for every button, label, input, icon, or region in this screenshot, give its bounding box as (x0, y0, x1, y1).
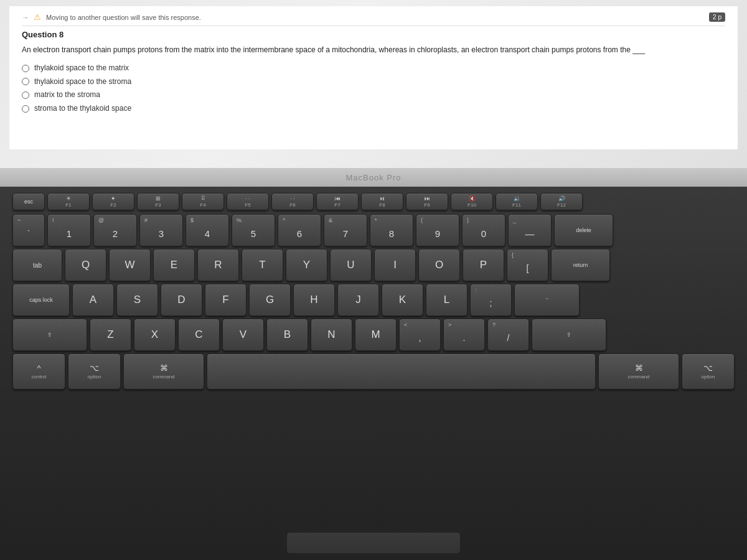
key-tab[interactable]: tab (12, 249, 62, 281)
points-badge: 2 p (709, 12, 725, 22)
key-space[interactable] (207, 353, 596, 390)
key-comma[interactable]: < , (399, 319, 441, 351)
key-backtick[interactable]: ~ ` (12, 214, 45, 246)
key-shift-left[interactable]: ⇧ (12, 319, 87, 351)
keyboard: esc ☀ F1 ✦ F2 ⊞ F3 ⠿ F4 · · F5 · · F6 ⏮ … (0, 187, 747, 560)
key-j[interactable]: J (337, 284, 379, 316)
nav-bar: → ⚠ Moving to another question will save… (22, 12, 725, 26)
key-command-right[interactable]: ⌘ command (598, 353, 679, 390)
key-option-right[interactable]: ⌥ option (682, 353, 735, 390)
key-l[interactable]: L (426, 284, 467, 316)
key-r[interactable]: R (197, 249, 239, 281)
key-f12[interactable]: 🔊 F12 (540, 193, 583, 210)
key-b[interactable]: B (266, 319, 308, 351)
key-f7[interactable]: ⏮ F7 (316, 193, 359, 210)
key-p[interactable]: P (463, 249, 504, 281)
key-f5[interactable]: · · F5 (227, 193, 269, 210)
bottom-row: ^ control ⌥ option ⌘ command ⌘ command ⌥… (12, 353, 735, 390)
warning-icon: ⚠ (34, 12, 41, 22)
key-i[interactable]: I (374, 249, 416, 281)
key-control[interactable]: ^ control (12, 353, 65, 390)
zxcv-row: ⇧ Z X C V B N M < , > . ? / ⇧ (12, 319, 735, 351)
key-return-wide[interactable]: " (514, 284, 580, 316)
key-z[interactable]: Z (90, 319, 131, 351)
option-2[interactable]: thylakoid space to the stroma (22, 75, 725, 89)
key-5[interactable]: % 5 (232, 214, 275, 246)
key-h[interactable]: H (293, 284, 335, 316)
key-command-left[interactable]: ⌘ command (123, 353, 204, 390)
laptop-screen: → ⚠ Moving to another question will save… (0, 0, 747, 168)
key-t[interactable]: T (242, 249, 283, 281)
key-0[interactable]: ) 0 (462, 214, 505, 246)
key-k[interactable]: K (382, 284, 423, 316)
key-o[interactable]: O (418, 249, 460, 281)
key-7[interactable]: & 7 (324, 214, 367, 246)
key-shift-right[interactable]: ⇧ (532, 319, 606, 351)
key-n[interactable]: N (311, 319, 352, 351)
radio-2[interactable] (22, 78, 29, 85)
key-f9[interactable]: ⏭ F9 (406, 193, 448, 210)
qwerty-row: tab Q W E R T Y U I O P { [ return (12, 249, 735, 281)
key-e[interactable]: E (153, 249, 195, 281)
question-number: Question 8 (22, 30, 725, 39)
key-f3[interactable]: ⊞ F3 (137, 193, 179, 210)
key-v[interactable]: V (222, 319, 264, 351)
option-1[interactable]: thylakoid space to the matrix (22, 62, 725, 75)
key-minus[interactable]: _ — (508, 214, 552, 246)
key-bracket-left[interactable]: { [ (507, 249, 548, 281)
nav-text: Moving to another question will save thi… (46, 14, 201, 21)
key-9[interactable]: ( 9 (416, 214, 459, 246)
macbook-label: MacBook Pro (0, 168, 747, 187)
key-caps-lock[interactable]: caps lock (12, 284, 70, 316)
key-f2[interactable]: ✦ F2 (92, 193, 134, 210)
number-row: ~ ` ! 1 @ 2 # 3 $ 4 % 5 ^ 6 & 7 (12, 214, 735, 246)
key-y[interactable]: Y (286, 249, 327, 281)
key-return[interactable]: return (551, 249, 610, 281)
radio-4[interactable] (22, 105, 29, 113)
option-4[interactable]: stroma to the thylakoid space (22, 102, 725, 116)
key-f[interactable]: F (205, 284, 247, 316)
key-4[interactable]: $ 4 (186, 214, 229, 246)
key-f8[interactable]: ⏯ F8 (361, 193, 403, 210)
key-f1[interactable]: ☀ F1 (47, 193, 90, 210)
key-3[interactable]: # 3 (139, 214, 183, 246)
key-g[interactable]: G (249, 284, 291, 316)
key-q[interactable]: Q (65, 249, 106, 281)
key-esc[interactable]: esc (12, 193, 45, 210)
key-m[interactable]: M (355, 319, 397, 351)
key-f6[interactable]: · · F6 (271, 193, 314, 210)
key-period[interactable]: > . (443, 319, 485, 351)
key-f10[interactable]: 🔇 F10 (451, 193, 493, 210)
key-c[interactable]: C (178, 319, 220, 351)
key-delete[interactable]: delete (554, 214, 613, 246)
key-slash[interactable]: ? / (487, 319, 529, 351)
option-3[interactable]: matrix to the stroma (22, 88, 725, 102)
key-u[interactable]: U (330, 249, 372, 281)
key-w[interactable]: W (109, 249, 151, 281)
radio-3[interactable] (22, 91, 29, 99)
key-6[interactable]: ^ 6 (278, 214, 321, 246)
key-d[interactable]: D (161, 284, 202, 316)
key-s[interactable]: S (116, 284, 158, 316)
screen-content: → ⚠ Moving to another question will save… (9, 6, 738, 149)
key-a[interactable]: A (72, 284, 114, 316)
key-2[interactable]: @ 2 (93, 214, 137, 246)
answer-options: thylakoid space to the matrix thylakoid … (22, 62, 725, 115)
key-option-left[interactable]: ⌥ option (68, 353, 121, 390)
key-semicolon[interactable]: : ; (470, 284, 512, 316)
radio-1[interactable] (22, 65, 29, 72)
key-1[interactable]: ! 1 (47, 214, 91, 246)
trackpad[interactable] (286, 532, 461, 554)
asdf-row: caps lock A S D F G H J K L : ; " (12, 284, 735, 316)
key-f4[interactable]: ⠿ F4 (182, 193, 224, 210)
question-text: An electron transport chain pumps proton… (22, 44, 725, 55)
key-8[interactable]: * 8 (370, 214, 413, 246)
key-x[interactable]: X (134, 319, 176, 351)
key-f11[interactable]: 🔉 F11 (496, 193, 538, 210)
function-row: esc ☀ F1 ✦ F2 ⊞ F3 ⠿ F4 · · F5 · · F6 ⏮ … (12, 193, 735, 210)
